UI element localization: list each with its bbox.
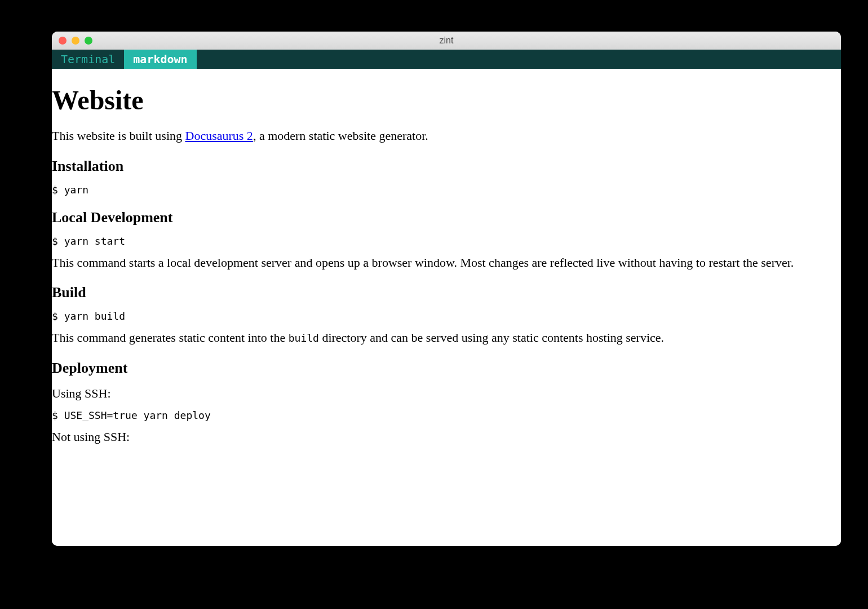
- desc-build: This command generates static content in…: [52, 330, 836, 346]
- window-title: zint: [440, 36, 454, 46]
- code-build: $ yarn build: [52, 310, 836, 322]
- heading-installation: Installation: [52, 158, 836, 175]
- intro-paragraph: This website is built using Docusaurus 2…: [52, 128, 836, 144]
- desc-build-post: directory and can be served using any st…: [319, 330, 664, 345]
- heading-build: Build: [52, 284, 836, 301]
- heading-local-development: Local Development: [52, 209, 836, 226]
- intro-text-post: , a modern static website generator.: [253, 129, 428, 143]
- code-deploy-ssh: $ USE_SSH=true yarn deploy: [52, 409, 836, 421]
- window-controls: [59, 37, 92, 45]
- inline-code-build: build: [289, 332, 319, 344]
- tab-terminal[interactable]: Terminal: [52, 50, 124, 69]
- docusaurus-link[interactable]: Docusaurus 2: [185, 129, 253, 143]
- close-icon[interactable]: [59, 37, 67, 45]
- tab-bar: Terminal markdown: [52, 50, 841, 69]
- intro-text-pre: This website is built using: [52, 129, 185, 143]
- page-title: Website: [52, 85, 836, 116]
- markdown-viewport[interactable]: Website This website is built using Docu…: [52, 69, 841, 546]
- tab-markdown[interactable]: markdown: [124, 50, 196, 69]
- titlebar: zint: [52, 32, 841, 50]
- label-using-ssh: Using SSH:: [52, 386, 836, 402]
- heading-deployment: Deployment: [52, 360, 836, 377]
- desc-build-pre: This command generates static content in…: [52, 330, 289, 345]
- code-installation: $ yarn: [52, 184, 836, 196]
- maximize-icon[interactable]: [85, 37, 92, 45]
- desc-local-development: This command starts a local development …: [52, 255, 836, 271]
- label-not-using-ssh: Not using SSH:: [52, 429, 836, 445]
- minimize-icon[interactable]: [72, 37, 79, 45]
- code-local-development: $ yarn start: [52, 235, 836, 247]
- app-window: zint Terminal markdown Website This webs…: [52, 32, 841, 546]
